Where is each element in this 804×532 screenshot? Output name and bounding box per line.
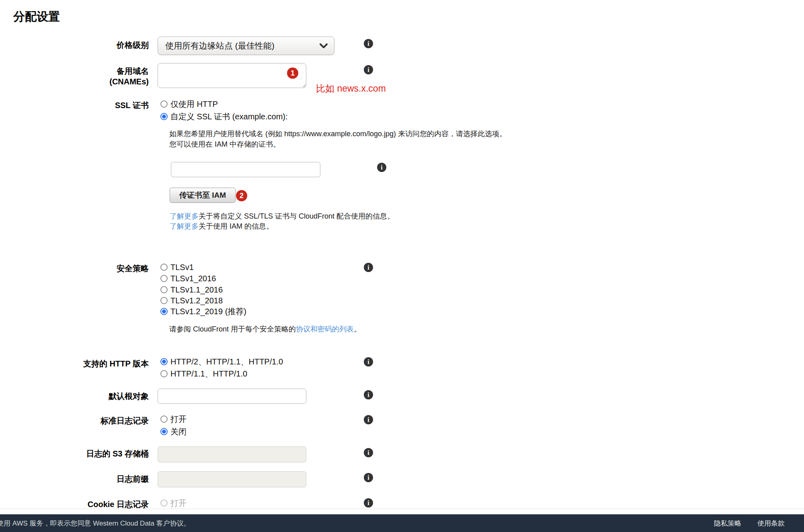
terms-of-use-link[interactable]: 使用条款 bbox=[757, 519, 785, 528]
radio-selected-icon bbox=[160, 308, 168, 315]
ssl-option-custom-cert-label: 自定义 SSL 证书 (example.com): bbox=[170, 112, 288, 121]
cookie-logging-on-label: 打开 bbox=[170, 498, 187, 508]
log-prefix-input bbox=[158, 471, 306, 487]
ssl-cert-info-icon[interactable]: i bbox=[377, 163, 386, 172]
log-prefix-label: 日志前缀 bbox=[0, 474, 149, 484]
footer-links: 隐私策略 使用条款 bbox=[714, 519, 785, 528]
standard-logging-label: 标准日志记录 bbox=[0, 415, 149, 426]
security-note-suffix: 。 bbox=[354, 325, 361, 333]
radio-selected-icon bbox=[160, 358, 168, 365]
s3-bucket-info-icon[interactable]: i bbox=[364, 448, 373, 457]
http-version-option-http2-label: HTTP/2、HTTP/1.1、HTTP/1.0 bbox=[170, 357, 283, 366]
s3-bucket-label: 日志的 S3 存储桶 bbox=[0, 448, 149, 459]
annotation-badge-2: 2 bbox=[236, 190, 247, 201]
annotation-badge-1: 1 bbox=[287, 68, 298, 79]
default-root-object-info-icon[interactable]: i bbox=[364, 390, 373, 399]
standard-logging-on-label: 打开 bbox=[170, 414, 187, 424]
learn-more-iam-link[interactable]: 了解更多 bbox=[170, 222, 199, 230]
cookie-logging-info-icon[interactable]: i bbox=[364, 498, 373, 507]
security-option-tlsv1[interactable]: TLSv1 bbox=[160, 262, 194, 272]
learn-more-iam-text: 关于使用 IAM 的信息。 bbox=[199, 222, 273, 230]
security-policy-label: 安全策略 bbox=[0, 263, 149, 274]
cnames-info-icon[interactable]: i bbox=[364, 65, 373, 74]
security-option-tlsv1-2-2018-label: TLSv1.2_2018 bbox=[170, 296, 223, 305]
default-root-object-label: 默认根对象 bbox=[0, 391, 149, 401]
http-version-option-http2[interactable]: HTTP/2、HTTP/1.1、HTTP/1.0 bbox=[160, 357, 283, 366]
cookie-logging-option-on: 打开 bbox=[160, 498, 187, 508]
security-option-tlsv1-2-2019-label: TLSv1.2_2019 (推荐) bbox=[170, 307, 246, 316]
s3-bucket-input bbox=[158, 446, 306, 462]
footer-bar: 使用 AWS 服务，即表示您同意 Western Cloud Data 客户协议… bbox=[0, 514, 804, 532]
price-class-label: 价格级别 bbox=[0, 40, 149, 50]
cnames-textarea[interactable] bbox=[158, 63, 306, 88]
chevron-down-icon bbox=[320, 43, 328, 49]
cookie-logging-label: Cookie 日志记录 bbox=[0, 499, 149, 509]
ssl-option-http-only-label: 仅使用 HTTP bbox=[170, 99, 218, 109]
log-prefix-info-icon[interactable]: i bbox=[364, 473, 373, 482]
radio-disabled-icon bbox=[160, 499, 168, 507]
radio-unselected-icon bbox=[160, 297, 168, 304]
standard-logging-info-icon[interactable]: i bbox=[364, 415, 373, 424]
default-root-object-input[interactable] bbox=[158, 389, 306, 404]
cnames-label-line1: 备用域名 bbox=[0, 66, 149, 76]
radio-unselected-icon bbox=[160, 264, 168, 271]
http-versions-label: 支持的 HTTP 版本 bbox=[0, 358, 149, 369]
cnames-annotation-hint: 比如 news.x.com bbox=[316, 82, 386, 95]
protocols-ciphers-list-link[interactable]: 协议和密码的列表 bbox=[296, 325, 354, 333]
radio-selected-icon bbox=[160, 428, 168, 435]
ssl-learn-more-line2: 了解更多关于使用 IAM 的信息。 bbox=[170, 221, 273, 232]
price-class-info-icon[interactable]: i bbox=[364, 39, 373, 48]
price-class-selected-value: 使用所有边缘站点 (最佳性能) bbox=[165, 40, 275, 51]
radio-unselected-icon bbox=[160, 286, 168, 293]
security-option-tlsv1-2-2018[interactable]: TLSv1.2_2018 bbox=[160, 296, 223, 305]
radio-unselected-icon bbox=[160, 100, 168, 108]
learn-more-ssl-link[interactable]: 了解更多 bbox=[170, 212, 199, 220]
security-option-tlsv1-1-2016-label: TLSv1.1_2016 bbox=[170, 285, 223, 295]
standard-logging-option-on[interactable]: 打开 bbox=[160, 414, 187, 424]
security-option-tlsv1-2016[interactable]: TLSv1_2016 bbox=[160, 274, 216, 283]
ssl-description-line2: 您可以使用在 IAM 中存储的证书。 bbox=[169, 139, 280, 150]
security-option-tlsv1-label: TLSv1 bbox=[170, 262, 194, 272]
upload-cert-to-iam-button[interactable]: 传证书至 IAM bbox=[170, 188, 236, 203]
security-policy-info-icon[interactable]: i bbox=[364, 263, 373, 272]
ssl-learn-more-line1: 了解更多关于将自定义 SSL/TLS 证书与 CloudFront 配合使用的信… bbox=[170, 211, 394, 222]
http-version-option-http11[interactable]: HTTP/1.1、HTTP/1.0 bbox=[160, 369, 247, 379]
footer-agreement-text: 使用 AWS 服务，即表示您同意 Western Cloud Data 客户协议… bbox=[0, 519, 191, 528]
ssl-option-custom-cert[interactable]: 自定义 SSL 证书 (example.com): bbox=[160, 112, 288, 121]
http-versions-info-icon[interactable]: i bbox=[364, 357, 373, 366]
privacy-policy-link[interactable]: 隐私策略 bbox=[714, 519, 741, 528]
distribution-settings-page: 分配设置 价格级别 使用所有边缘站点 (最佳性能) i 备用域名 (CNAMEs… bbox=[0, 0, 804, 532]
cnames-label-line2: (CNAMEs) bbox=[0, 76, 149, 87]
standard-logging-off-label: 关闭 bbox=[170, 427, 187, 436]
ssl-option-http-only[interactable]: 仅使用 HTTP bbox=[160, 99, 218, 109]
learn-more-ssl-text: 关于将自定义 SSL/TLS 证书与 CloudFront 配合使用的信息。 bbox=[199, 212, 394, 220]
ssl-label: SSL 证书 bbox=[0, 100, 149, 110]
radio-unselected-icon bbox=[160, 275, 168, 282]
security-option-tlsv1-2016-label: TLSv1_2016 bbox=[170, 274, 216, 283]
radio-unselected-icon bbox=[160, 370, 168, 377]
cnames-label: 备用域名 (CNAMEs) bbox=[0, 66, 149, 87]
footer-separator bbox=[0, 509, 804, 509]
security-note-prefix: 请参阅 CloudFront 用于每个安全策略的 bbox=[169, 325, 296, 333]
http-version-option-http11-label: HTTP/1.1、HTTP/1.0 bbox=[170, 369, 247, 379]
ssl-description-line1: 如果您希望用户使用替代域名 (例如 https://www.example.co… bbox=[169, 129, 507, 139]
standard-logging-option-off[interactable]: 关闭 bbox=[160, 427, 187, 436]
security-policy-note: 请参阅 CloudFront 用于每个安全策略的协议和密码的列表。 bbox=[169, 324, 361, 335]
page-title: 分配设置 bbox=[13, 9, 60, 25]
price-class-select[interactable]: 使用所有边缘站点 (最佳性能) bbox=[158, 37, 334, 55]
security-option-tlsv1-1-2016[interactable]: TLSv1.1_2016 bbox=[160, 285, 223, 295]
radio-selected-icon bbox=[160, 113, 168, 120]
security-option-tlsv1-2-2019[interactable]: TLSv1.2_2019 (推荐) bbox=[160, 307, 246, 316]
ssl-cert-input[interactable] bbox=[171, 162, 320, 177]
radio-unselected-icon bbox=[160, 415, 168, 423]
